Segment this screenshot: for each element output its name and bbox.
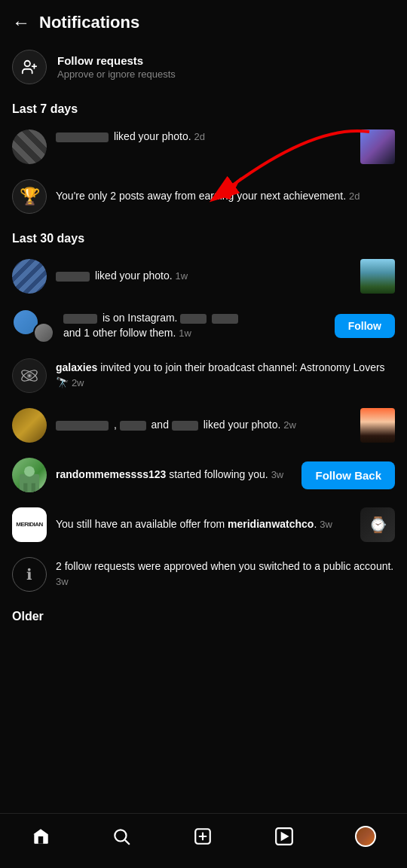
notif-liked-photo-7d-text: liked your photo. 2d — [56, 129, 351, 145]
notif-multi-liked-text: , and liked your photo. 2w — [56, 418, 351, 433]
follow-requests-title: Follow requests — [57, 54, 176, 67]
svg-point-8 — [24, 466, 35, 477]
avatar-liked-30d — [12, 259, 47, 294]
notif-follow-back[interactable]: randommemessss123 started following you.… — [0, 450, 407, 500]
avatar-liked-7d — [12, 129, 47, 164]
header: ← Notifications — [0, 0, 407, 42]
reels-icon — [274, 827, 294, 846]
notif-achievement-text: You're only 2 posts away from earning yo… — [56, 189, 395, 204]
notif-approved-text: 2 follow requests were approved when you… — [56, 559, 395, 589]
thumb-meridian: ⌚ — [360, 507, 395, 542]
svg-point-0 — [25, 61, 30, 66]
page-title: Notifications — [39, 13, 139, 32]
nav-home[interactable] — [22, 824, 60, 849]
username-blur-7d — [56, 132, 109, 142]
search-icon — [112, 827, 131, 846]
username-blur-30d — [56, 272, 90, 282]
username-blur-insta2 — [180, 314, 207, 324]
nav-profile[interactable] — [346, 823, 385, 850]
notif-is-on-instagram[interactable]: is on Instagram. and 1 other follow them… — [0, 301, 407, 351]
notif-achievement[interactable]: 🏆 You're only 2 posts away from earning … — [0, 172, 407, 221]
thumb-liked-photo-30d — [360, 259, 395, 294]
username-blur-m1 — [56, 421, 109, 431]
galaxies-icon — [12, 358, 47, 393]
section-last-30-days: Last 30 days — [0, 221, 407, 251]
notif-instagram-text: is on Instagram. and 1 other follow them… — [63, 311, 326, 340]
follow-requests-subtitle: Approve or ignore requests — [57, 69, 176, 80]
achievement-icon: 🏆 — [12, 179, 47, 214]
section-older: Older — [0, 599, 407, 629]
notif-liked-photo-30d-text: liked your photo. 1w — [56, 269, 351, 284]
avatar-secondary — [33, 322, 54, 343]
avatar-randommemessss — [12, 458, 47, 492]
info-icon: ℹ — [12, 557, 47, 592]
notif-liked-photo-30d[interactable]: liked your photo. 1w — [0, 251, 407, 301]
username-blur-m2 — [120, 421, 146, 431]
section-last-7-days: Last 7 days — [0, 92, 407, 122]
follow-requests-text: Follow requests Approve or ignore reques… — [57, 54, 176, 80]
notif-meridian[interactable]: MERIDIAN You still have an available off… — [0, 500, 407, 550]
follow-requests-row[interactable]: Follow requests Approve or ignore reques… — [0, 42, 407, 92]
notif-follow-requests-approved[interactable]: ℹ 2 follow requests were approved when y… — [0, 550, 407, 599]
notif-liked-photo-7d[interactable]: liked your photo. 2d — [0, 122, 407, 172]
svg-rect-10 — [32, 483, 35, 492]
text-comma: , — [114, 419, 120, 431]
svg-rect-7 — [20, 474, 39, 492]
home-icon — [31, 827, 50, 846]
nav-search[interactable] — [103, 824, 140, 849]
svg-line-14 — [125, 840, 130, 845]
nav-add[interactable] — [184, 824, 222, 849]
nav-reels[interactable] — [265, 824, 303, 849]
follow-requests-icon — [12, 50, 47, 84]
notif-multi-liked[interactable]: , and liked your photo. 2w — [0, 400, 407, 450]
bottom-nav — [0, 813, 407, 868]
follow-back-button[interactable]: Follow Back — [301, 461, 395, 489]
follow-button[interactable]: Follow — [335, 314, 395, 338]
avatar-multi — [12, 408, 47, 443]
follow-back-username: randommemessss123 — [56, 468, 166, 480]
double-avatar-instagram — [12, 309, 54, 343]
svg-point-6 — [28, 374, 30, 376]
notif-meridian-text: You still have an available offer from m… — [56, 517, 351, 532]
thumb-liked-photo-7d — [360, 129, 395, 164]
meridian-icon: MERIDIAN — [12, 507, 47, 542]
username-blur-insta — [63, 314, 97, 324]
galaxies-username: galaxies — [56, 361, 97, 373]
profile-avatar — [355, 826, 376, 847]
add-icon — [193, 827, 213, 846]
svg-rect-9 — [23, 483, 27, 492]
notif-galaxies-broadcast[interactable]: galaxies invited you to join their broad… — [0, 351, 407, 400]
notif-follow-back-text: randommemessss123 started following you.… — [56, 468, 292, 483]
svg-point-13 — [115, 830, 127, 841]
thumb-multi-liked — [360, 408, 395, 443]
username-blur-insta3 — [212, 314, 238, 324]
username-blur-m3 — [172, 421, 198, 431]
back-button[interactable]: ← — [12, 12, 30, 33]
notif-galaxies-text: galaxies invited you to join their broad… — [56, 361, 395, 390]
